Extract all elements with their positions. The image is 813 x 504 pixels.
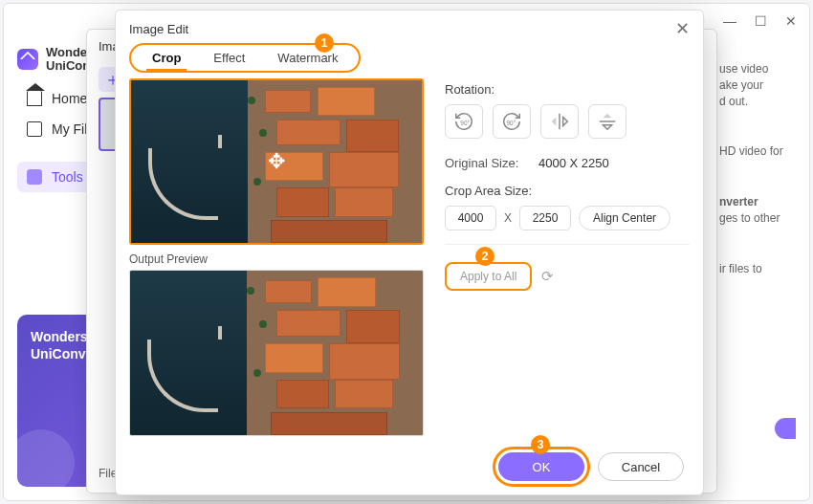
rotate-cw-icon: 90° bbox=[501, 111, 522, 132]
tab-watermark[interactable]: Watermark bbox=[262, 47, 353, 69]
output-preview-label: Output Preview bbox=[129, 252, 426, 266]
step-badge-1: 1 bbox=[315, 33, 334, 53]
rotation-label: Rotation: bbox=[445, 82, 690, 97]
flip-vertical-button[interactable] bbox=[588, 104, 626, 139]
align-center-button[interactable]: Align Center bbox=[579, 206, 670, 230]
svg-text:90°: 90° bbox=[460, 120, 470, 126]
ok-button[interactable]: OK bbox=[498, 452, 584, 481]
crop-area-label: Crop Area Size: bbox=[445, 184, 690, 198]
move-cursor-icon: ✥ bbox=[268, 149, 285, 174]
tab-crop[interactable]: Crop bbox=[137, 47, 196, 69]
rotate-cw-button[interactable]: 90° bbox=[493, 104, 531, 139]
maximize-icon[interactable]: ☐ bbox=[754, 14, 767, 28]
reset-icon[interactable]: ⟳ bbox=[541, 268, 554, 285]
flip-vertical-icon bbox=[597, 111, 618, 132]
flip-horizontal-button[interactable] bbox=[540, 104, 579, 139]
brand-text: Wonder UniCon bbox=[46, 46, 92, 74]
tools-icon bbox=[27, 169, 42, 185]
minimize-icon[interactable]: — bbox=[723, 14, 736, 28]
image-edit-dialog: Image Edit ✕ Crop Effect Watermark 1 ✥ O… bbox=[115, 10, 704, 495]
nav-tools-label: Tools bbox=[52, 169, 83, 185]
x-separator: X bbox=[504, 211, 512, 225]
crop-height-input[interactable] bbox=[519, 206, 571, 230]
tab-effect[interactable]: Effect bbox=[198, 47, 260, 69]
original-size-label: Original Size: bbox=[445, 156, 529, 170]
rotate-ccw-icon: 90° bbox=[453, 111, 474, 132]
brand-logo-icon bbox=[17, 49, 38, 70]
brand-line2: UniCon bbox=[46, 59, 92, 73]
cancel-button[interactable]: Cancel bbox=[598, 452, 684, 481]
output-preview bbox=[129, 270, 424, 436]
original-size-value: 4000 X 2250 bbox=[538, 156, 609, 170]
right-partial-text: use videoake yourd out. HD video for nve… bbox=[719, 61, 796, 487]
dialog-title: Image Edit bbox=[129, 22, 188, 36]
right-pill-icon[interactable] bbox=[775, 418, 796, 439]
crop-width-input[interactable] bbox=[445, 206, 496, 230]
close-icon[interactable]: ✕ bbox=[784, 14, 798, 28]
step-badge-2: 2 bbox=[475, 247, 494, 266]
apply-to-all-button[interactable]: Apply to All bbox=[445, 262, 532, 291]
rotate-ccw-button[interactable]: 90° bbox=[445, 104, 483, 139]
step-badge-3: 3 bbox=[531, 435, 550, 454]
home-icon bbox=[27, 91, 42, 106]
svg-text:90°: 90° bbox=[507, 120, 516, 126]
folder-icon bbox=[27, 121, 42, 137]
brand-line1: Wonder bbox=[46, 46, 92, 59]
flip-horizontal-icon bbox=[549, 111, 570, 132]
nav-home-label: Home bbox=[52, 91, 87, 106]
crop-preview[interactable]: ✥ bbox=[129, 78, 424, 245]
close-icon[interactable]: ✕ bbox=[675, 18, 690, 39]
